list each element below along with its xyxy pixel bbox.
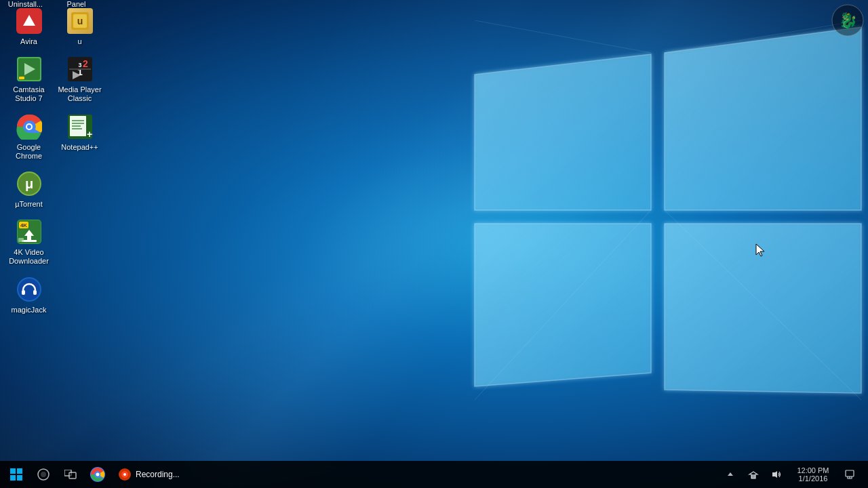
icon-row-1: Avira u u [3,3,132,50]
svg-marker-61 [728,472,733,476]
svg-point-52 [41,472,46,477]
4k-downloader-label: 4K Video Downloader [6,248,52,266]
svg-rect-40 [22,240,37,242]
taskbar-system-tray: 12:00 PM 1/1/2016 [720,461,865,488]
icon-row-5: 4K 4K Video Downloader [3,214,132,270]
svg-point-43 [18,279,40,300]
svg-text:🐉: 🐉 [839,12,858,30]
icon-row-4: μ µTorrent [3,166,132,213]
clock-time: 12:00 PM [797,466,829,474]
clock-date: 1/1/2016 [799,474,828,483]
action-center-button[interactable] [840,461,860,488]
svg-text:++: ++ [87,129,93,140]
avira-icon-image [16,7,43,35]
svg-point-60 [123,473,126,476]
svg-marker-63 [772,471,777,478]
mpc-icon[interactable]: 3 2 1 Media Player Classic [54,52,105,107]
recording-indicator[interactable]: Recording... [111,461,186,488]
clock-area[interactable]: 12:00 PM 1/1/2016 [789,461,837,488]
avira-label: Avira [20,37,37,46]
u-app-icon[interactable]: u u [54,3,105,50]
search-button[interactable] [30,461,57,488]
recording-label: Recording... [136,470,180,479]
magicjack-label: magicJack [12,306,47,314]
mpc-icon-image: 3 2 1 [66,56,94,83]
svg-rect-41 [18,238,24,242]
svg-text:μ: μ [24,176,33,191]
svg-rect-64 [846,470,854,476]
avira-icon[interactable]: Avira [3,3,54,50]
taskbar: Recording... 12:00 PM 1/1/2 [0,461,868,488]
svg-rect-17 [69,68,91,70]
taskbar-chrome-button[interactable] [84,461,111,488]
svg-rect-54 [69,472,76,479]
svg-rect-48 [17,468,22,474]
dragon-logo: 🐉 [831,3,865,37]
start-button[interactable] [3,461,30,488]
svg-text:4K: 4K [20,222,26,228]
svg-line-2 [475,20,651,53]
svg-rect-45 [33,290,37,295]
chrome-label: Google Chrome [6,143,52,161]
desktop-icons-area: Avira u u [0,0,136,461]
svg-rect-50 [17,475,22,481]
mpc-label: Media Player Classic [57,85,102,103]
camtasia-icon[interactable]: Camtasia Studio 7 [3,52,54,107]
icon-row-6: magicJack [3,272,132,319]
svg-rect-44 [22,290,25,295]
svg-text:2: 2 [83,58,88,69]
icon-row-2: Camtasia Studio 7 3 2 1 Media Player Cla… [3,52,132,107]
magicjack-icon[interactable]: magicJack [3,272,54,319]
volume-icon[interactable] [766,461,787,488]
4k-downloader-icon-image: 4K [16,218,43,245]
magicjack-icon-image [16,276,43,303]
svg-rect-49 [10,475,16,481]
u-app-label: u [77,37,81,46]
camtasia-label: Camtasia Studio 7 [6,85,52,103]
icon-row-3: Google Chrome ++ Notepad++ [3,109,132,165]
camtasia-icon-image [16,56,43,83]
svg-text:u: u [77,16,83,26]
notepadpp-icon[interactable]: ++ Notepad++ [54,109,105,165]
utorrent-label: µTorrent [15,200,43,209]
svg-rect-62 [751,474,755,479]
chrome-icon-image [16,113,43,140]
svg-rect-39 [27,236,31,240]
u-app-icon-image: u [66,7,94,35]
show-hidden-icons-button[interactable] [720,461,741,488]
notepadpp-icon-image: ++ [66,113,94,140]
task-view-button[interactable] [57,461,84,488]
notepadpp-label: Notepad++ [61,143,98,152]
windows-logo-container [258,0,868,488]
4k-downloader-icon[interactable]: 4K 4K Video Downloader [3,214,54,270]
svg-point-22 [27,125,31,129]
svg-rect-47 [10,468,16,474]
svg-point-57 [96,473,100,476]
network-icon[interactable] [743,461,764,488]
chrome-icon[interactable]: Google Chrome [3,109,54,165]
windows-logo [441,20,868,427]
utorrent-icon[interactable]: μ µTorrent [3,166,54,213]
utorrent-icon-image: μ [16,170,43,197]
svg-rect-12 [19,77,24,79]
